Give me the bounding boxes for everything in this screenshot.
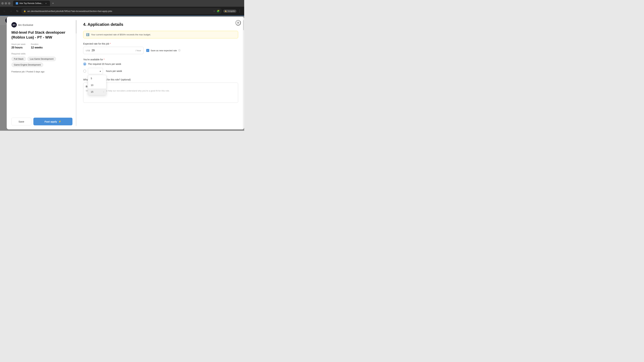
- info-icon[interactable]: ⓘ: [178, 49, 180, 52]
- hours-select-wrapper: 5 10 15 ▲ 5 10 15 ↑: [88, 68, 103, 74]
- form-scrollbar-thumb: [243, 20, 244, 30]
- why-fit-section: Why are you a good fit for this role? (o…: [83, 78, 238, 103]
- rate-section: Expected rate for this job * US$ 29 / ho…: [83, 42, 238, 54]
- lock-icon: 🔒: [24, 10, 26, 12]
- incognito-label: Incognito: [228, 10, 235, 12]
- save-rate-label: Save as new expected rate: [150, 49, 177, 52]
- radio-label-custom-suffix: hours per week: [106, 70, 122, 72]
- skill-tag-lua: Lua Game Development: [27, 57, 56, 61]
- hours-dropdown: 5 10 15 ↑: [88, 75, 106, 95]
- reload-button[interactable]: ↻: [15, 8, 20, 13]
- window-maximize-button[interactable]: [8, 2, 10, 4]
- incognito-badge: 🕵 Incognito: [223, 9, 236, 13]
- website-content: arc() Full-time roles Freelance jobs Pro…: [0, 15, 244, 131]
- skills-label: Required skills: [12, 52, 72, 55]
- window-minimize-button[interactable]: [5, 2, 7, 4]
- duration-value: 12 weeks: [31, 46, 42, 49]
- separator: /: [25, 70, 26, 73]
- text-editor-box[interactable]: B I ≡ 🔗 Write 2-3 sentences to help our …: [83, 83, 238, 103]
- close-button[interactable]: ×: [236, 20, 241, 25]
- rate-input-row: US$ 29 / hour ✓ Save as new expected rat…: [83, 47, 238, 54]
- panel-actions: Save Fast apply ⚡: [12, 118, 72, 125]
- job-panel: arc Arc Exclusive Mid-level Ful Stack de…: [7, 17, 77, 129]
- browser-chrome: Hire Top Remote Software Dev... ✕ + ← → …: [0, 0, 244, 15]
- modal-overlay: arc Arc Exclusive Mid-level Ful Stack de…: [0, 15, 244, 131]
- hours-label: Hours per week: [12, 43, 26, 45]
- editor-toolbar: B I ≡ 🔗: [86, 85, 236, 88]
- radio-option-required-hours[interactable]: The required 20 hours per week: [83, 62, 238, 65]
- duration-meta: Duration 12 weeks: [31, 43, 42, 49]
- why-label: Why are you a good fit for this role? (o…: [83, 78, 238, 81]
- bold-button[interactable]: B: [86, 85, 88, 88]
- duration-label: Duration: [31, 43, 42, 45]
- warning-text: Your current expected rate of $50/hr exc…: [91, 33, 151, 36]
- arc-exclusive-badge: arc Arc Exclusive: [12, 22, 72, 27]
- tab-favicon: [16, 2, 18, 4]
- fast-apply-button[interactable]: Fast apply ⚡: [33, 118, 72, 125]
- rate-unit: / hour: [136, 49, 141, 52]
- arc-logo-avatar: arc: [12, 22, 17, 27]
- job-meta: Hours per week 20 hours Duration 12 week…: [12, 43, 72, 49]
- warning-icon: ℹ️: [86, 33, 90, 36]
- save-rate-row: ✓ Save as new expected rate ⓘ: [146, 49, 180, 52]
- currency-label: US$: [86, 49, 90, 52]
- extensions-icon[interactable]: 🧩: [217, 10, 220, 12]
- availability-required: *: [104, 58, 104, 61]
- browser-menu-button[interactable]: ⋮: [237, 8, 242, 13]
- hours-meta: Hours per week 20 hours: [12, 43, 26, 49]
- rate-input-box[interactable]: US$ 29 / hour: [83, 47, 144, 54]
- new-tab-button[interactable]: +: [51, 1, 55, 6]
- panel-scrollbar-track[interactable]: [76, 20, 76, 126]
- availability-section: You're available for * The required 20 h…: [83, 58, 238, 74]
- back-button[interactable]: ←: [2, 8, 7, 13]
- radio-option-custom-hours[interactable]: 5 10 15 ▲ 5 10 15 ↑: [83, 68, 238, 74]
- posted-date: Posted 3 days ago: [26, 70, 44, 73]
- job-footer: Freelance job / Posted 3 days ago: [12, 70, 72, 73]
- tab-title: Hire Top Remote Software Dev...: [20, 2, 43, 4]
- form-scrollbar[interactable]: [243, 17, 244, 129]
- dropdown-option-15[interactable]: 15 ↑: [88, 88, 106, 95]
- fast-apply-label: Fast apply: [44, 120, 57, 123]
- tab-close-button[interactable]: ✕: [44, 2, 47, 5]
- window-close-button[interactable]: [1, 2, 4, 4]
- incognito-icon: 🕵: [224, 10, 227, 12]
- arc-exclusive-text: Arc Exclusive: [18, 23, 33, 26]
- address-bar[interactable]: 🔒 arc.dev/dashboard/d/verified-jobs/kdb7…: [21, 8, 222, 14]
- skill-tag-fullstack: Full Stack: [12, 57, 26, 61]
- hours-select[interactable]: 5 10 15: [88, 68, 103, 74]
- save-rate-checkbox[interactable]: ✓: [146, 49, 149, 52]
- window-controls: [1, 2, 10, 4]
- rate-label: Expected rate for this job *: [83, 42, 238, 45]
- save-button[interactable]: Save: [12, 118, 31, 125]
- radio-dot-empty[interactable]: [83, 69, 86, 72]
- radio-dot-selected[interactable]: [83, 62, 86, 65]
- skill-tag-game-engine: Game Engine Development: [12, 62, 43, 67]
- application-form-panel: × 4. Application details ℹ️ Your current…: [77, 17, 244, 129]
- dropdown-option-5[interactable]: 5: [88, 75, 106, 82]
- form-title: 4. Application details: [83, 22, 238, 27]
- skills-list: Full Stack Lua Game Development Game Eng…: [12, 57, 72, 67]
- forward-button[interactable]: →: [8, 8, 14, 13]
- required-star: *: [110, 42, 111, 45]
- dropdown-option-10[interactable]: 10: [88, 82, 106, 88]
- job-type: Freelance job: [12, 70, 25, 73]
- url-text: arc.dev/dashboard/d/verified-jobs/kdb78f…: [27, 10, 212, 12]
- bookmark-icon[interactable]: ☆: [213, 10, 215, 12]
- warning-banner: ℹ️ Your current expected rate of $50/hr …: [83, 31, 238, 38]
- tab-bar: Hire Top Remote Software Dev... ✕ +: [13, 1, 243, 6]
- arc-logo-text: arc: [12, 24, 16, 26]
- radio-label-required: The required 20 hours per week: [88, 63, 121, 65]
- toolbar-actions: 🕵 Incognito ⋮: [223, 8, 242, 13]
- active-tab[interactable]: Hire Top Remote Software Dev... ✕: [13, 1, 50, 6]
- panel-scrollbar-thumb[interactable]: [76, 20, 76, 33]
- skills-section: Required skills Full Stack Lua Game Deve…: [12, 52, 72, 67]
- lightning-icon: ⚡: [58, 120, 61, 123]
- editor-placeholder: Write 2-3 sentences to help our recruite…: [86, 89, 236, 92]
- rate-value: 29: [92, 49, 134, 52]
- availability-label: You're available for *: [83, 58, 238, 61]
- hours-value: 20 hours: [12, 46, 26, 49]
- job-title: Mid-level Ful Stack developoer (Roblox L…: [12, 30, 72, 40]
- browser-toolbar: ← → ↻ 🔒 arc.dev/dashboard/d/verified-job…: [0, 7, 244, 15]
- title-bar: Hire Top Remote Software Dev... ✕ +: [0, 0, 244, 7]
- checkmark-icon: ✓: [147, 49, 148, 52]
